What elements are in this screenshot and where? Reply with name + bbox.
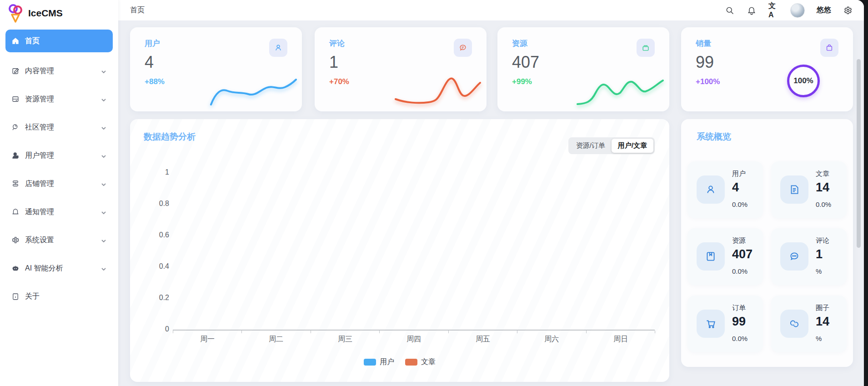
chevron-down-icon xyxy=(101,266,106,271)
x-axis-label: 周三 xyxy=(318,335,372,344)
x-axis-label: 周五 xyxy=(456,335,510,344)
stat-value: 4 xyxy=(145,53,154,72)
legend-item-users[interactable]: 用户 xyxy=(364,357,394,367)
tile-value: 14 xyxy=(816,180,829,195)
sidebar-item-label: 系统设置 xyxy=(25,236,54,245)
stat-card-resources: 资源 407 +99% xyxy=(497,27,669,111)
sidebar-item-label: 用户管理 xyxy=(25,151,54,160)
sidebar-item-shop[interactable]: 店铺管理 xyxy=(5,174,113,193)
sidebar-item-resource[interactable]: 资源管理 xyxy=(5,90,113,109)
shopping-bag-icon xyxy=(820,39,838,57)
overview-title: 系统概览 xyxy=(697,131,731,143)
comment-icon xyxy=(454,39,472,57)
box-icon xyxy=(637,39,655,57)
progress-ring: 100% xyxy=(787,65,820,97)
y-axis-tick: 0.2 xyxy=(142,294,169,302)
tile-percent: 0.0% xyxy=(732,267,748,275)
top-header: 首页 文A 悠悠 xyxy=(118,0,864,20)
bell-icon[interactable] xyxy=(747,5,757,15)
sidebar-menu: 首页 内容管理 资源管理 社区管理 用户管理 xyxy=(0,28,118,311)
sidebar-item-content[interactable]: 内容管理 xyxy=(5,61,113,80)
overview-tile-circles: 圈子 14 % xyxy=(771,296,847,352)
progress-ring-label: 100% xyxy=(793,76,813,85)
chart-legend: 用户 文章 xyxy=(130,357,669,367)
search-icon[interactable] xyxy=(725,5,735,15)
app-title: IceCMS xyxy=(28,8,63,19)
legend-label: 文章 xyxy=(421,357,436,367)
stat-change: +100% xyxy=(696,77,720,86)
stat-value: 407 xyxy=(512,53,539,72)
sparkline-green xyxy=(575,65,666,108)
magnifier-icon xyxy=(11,123,20,132)
sidebar-item-settings[interactable]: 系统设置 xyxy=(5,231,113,250)
chevron-down-icon xyxy=(101,68,106,74)
legend-label: 用户 xyxy=(380,357,394,367)
x-axis-tickmark xyxy=(586,331,587,333)
breadcrumb[interactable]: 首页 xyxy=(130,5,145,15)
panel-icon xyxy=(11,95,20,104)
x-axis-label: 周二 xyxy=(249,335,303,344)
translate-icon[interactable]: 文A xyxy=(768,5,778,15)
y-axis-tick: 0 xyxy=(142,325,169,333)
y-axis-tick: 0.8 xyxy=(142,200,169,208)
stat-card-sales: 销量 99 +100% 100% xyxy=(681,27,853,111)
tab-user-article[interactable]: 用户/文章 xyxy=(612,139,653,153)
tile-label: 评论 xyxy=(816,236,829,245)
overview-tile-users: 用户 4 0.0% xyxy=(687,161,763,218)
x-axis-tickmark xyxy=(448,331,449,333)
x-axis-label: 周日 xyxy=(593,335,648,344)
sidebar-item-users[interactable]: 用户管理 xyxy=(5,146,113,165)
user-icon xyxy=(11,151,20,160)
shop-icon xyxy=(11,180,20,188)
tile-label: 用户 xyxy=(732,170,746,178)
chart-title: 数据趋势分析 xyxy=(144,131,196,143)
overview-tile-comments: 评论 1 % xyxy=(771,228,847,285)
gear-icon[interactable] xyxy=(843,5,853,15)
trend-chart-card: 数据趋势分析 资源/订单 用户/文章 1 0.8 0.6 0.4 0.2 0 周… xyxy=(130,119,669,382)
x-axis-tickmark xyxy=(241,331,242,333)
y-axis-tick: 0.6 xyxy=(142,231,169,239)
chevron-down-icon xyxy=(101,209,106,215)
sidebar-item-label: AI 智能分析 xyxy=(25,264,63,273)
system-overview-panel: 系统概览 用户 4 0.0% 文章 14 0.0% 资源 407 0.0% 评论… xyxy=(681,119,853,367)
chevron-down-icon xyxy=(101,181,106,186)
x-axis-tickmark xyxy=(173,331,173,333)
legend-item-articles[interactable]: 文章 xyxy=(405,357,436,367)
x-axis-line xyxy=(173,330,655,331)
sidebar-item-community[interactable]: 社区管理 xyxy=(5,118,113,137)
scrollbar-thumb[interactable] xyxy=(857,59,861,248)
sidebar: IceCMS 首页 内容管理 资源管理 社区管理 xyxy=(0,0,118,386)
chevron-down-icon xyxy=(101,153,106,158)
sidebar-item-label: 资源管理 xyxy=(25,95,54,104)
sidebar-item-ai[interactable]: AI 智能分析 xyxy=(5,259,113,278)
tile-value: 14 xyxy=(816,315,829,329)
x-axis-tickmark xyxy=(379,331,380,333)
stat-value: 99 xyxy=(696,53,714,72)
overview-tile-orders: 订单 99 0.0% xyxy=(687,296,763,352)
sidebar-item-about[interactable]: 关于 xyxy=(5,287,113,306)
stat-change: +88% xyxy=(145,77,165,86)
y-axis-tick: 1 xyxy=(142,168,169,176)
username[interactable]: 悠悠 xyxy=(817,5,831,15)
stat-value: 1 xyxy=(329,53,338,72)
sidebar-item-notify[interactable]: 通知管理 xyxy=(5,202,113,221)
logo[interactable]: IceCMS xyxy=(8,4,63,23)
tile-value: 1 xyxy=(816,247,823,261)
x-axis-label: 周四 xyxy=(386,335,441,344)
sidebar-item-label: 社区管理 xyxy=(25,123,54,132)
tile-percent: 0.0% xyxy=(816,201,831,208)
tab-resource-order[interactable]: 资源/订单 xyxy=(570,139,612,153)
tile-label: 圈子 xyxy=(816,304,829,312)
tile-percent: 0.0% xyxy=(732,201,748,208)
x-axis-tickmark xyxy=(311,331,311,333)
avatar[interactable] xyxy=(790,3,805,18)
legend-swatch xyxy=(405,359,417,366)
y-axis-tick: 0.4 xyxy=(142,262,169,271)
overview-tile-articles: 文章 14 0.0% xyxy=(771,161,847,218)
tile-percent: % xyxy=(816,267,822,275)
sidebar-item-home[interactable]: 首页 xyxy=(5,30,113,52)
chart-tab-switcher: 资源/订单 用户/文章 xyxy=(568,137,655,154)
tile-percent: % xyxy=(816,335,822,342)
article-icon xyxy=(780,175,808,204)
tile-value: 99 xyxy=(732,315,746,329)
